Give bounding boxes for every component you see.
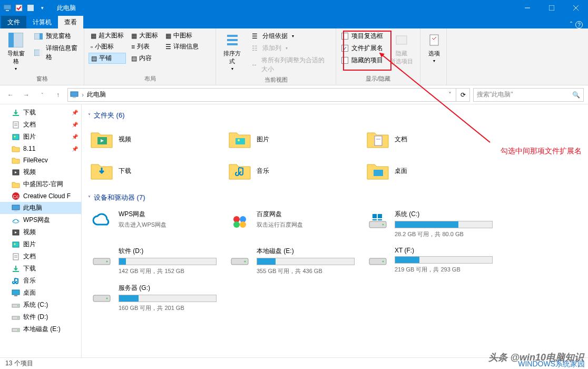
sidebar-item[interactable]: 视频 (0, 226, 81, 238)
drive-item[interactable]: 本地磁盘 (E:)355 GB 可用，共 436 GB (226, 245, 358, 277)
sidebar-item[interactable]: 文档 (0, 250, 81, 263)
tab-file[interactable]: 文件 (1, 16, 26, 28)
sidebar-item[interactable]: 桌面 (0, 287, 81, 299)
folder-item[interactable]: 视频 (88, 125, 220, 153)
tab-computer[interactable]: 计算机 (26, 16, 58, 28)
sidebar-item[interactable]: 下载 (0, 263, 81, 275)
tab-view[interactable]: 查看 (58, 16, 83, 28)
layout-details[interactable]: ☰详细信息 (163, 42, 201, 52)
layout-large[interactable]: ▦大图标 (129, 31, 160, 41)
hide-icon (393, 32, 410, 48)
svg-rect-36 (13, 242, 19, 247)
sidebar-item[interactable]: 下载📌 (0, 106, 81, 119)
pc-icon (70, 91, 79, 99)
up-button[interactable]: ↑ (52, 89, 64, 101)
sidebar-item[interactable]: FileRecv (0, 154, 81, 166)
folders-header[interactable]: ˅文件夹 (6) (88, 111, 582, 120)
address-dropdown-icon[interactable]: ˅ (446, 91, 454, 99)
recent-dropdown[interactable]: ˅ (36, 89, 48, 101)
svg-rect-17 (396, 36, 407, 44)
sidebar-item[interactable]: 图片📌 (0, 131, 81, 143)
sidebar-item[interactable]: 8.11📌 (0, 143, 81, 154)
maximize-button[interactable] (540, 0, 564, 16)
layout-list[interactable]: ≡列表 (129, 42, 160, 52)
sidebar-item[interactable]: 视频 (0, 166, 81, 178)
qat-more-icon[interactable]: ▾ (37, 3, 47, 13)
close-button[interactable] (564, 0, 588, 16)
svg-rect-16 (227, 43, 238, 45)
preview-pane-button[interactable]: 预览窗格 (32, 31, 80, 42)
drive-item[interactable]: 服务器 (G:)160 GB 可用，共 201 GB (88, 281, 220, 314)
add-columns-button: ☷添加列▾ (249, 43, 331, 54)
sidebar-icon (12, 265, 20, 273)
drive-item[interactable]: 系统 (C:)28.2 GB 可用，共 80.0 GB (364, 208, 496, 240)
drive-sub: 28.2 GB 可用，共 80.0 GB (395, 230, 494, 238)
qat-dropdown-icon[interactable] (25, 3, 36, 13)
layout-tiles[interactable]: ▤平铺 (89, 53, 126, 64)
sidebar-item[interactable]: 图片 (0, 238, 81, 250)
item-checkboxes-toggle[interactable]: 项目复选框 (340, 31, 384, 42)
drive-icon (90, 284, 113, 307)
sidebar-icon (12, 121, 20, 129)
search-input[interactable]: 搜索"此电脑" 🔍 (473, 88, 584, 102)
sidebar-label: 视频 (23, 168, 36, 177)
address-bar: ← → ˅ ↑ › 此电脑 ˅ ⟳ 搜索"此电脑" 🔍 (0, 85, 588, 104)
sidebar-item[interactable]: CcCreative Cloud F (0, 190, 81, 202)
sidebar-label: 桌面 (23, 288, 36, 297)
folder-item[interactable]: 桌面 (364, 157, 496, 184)
ribbon-tabs: 文件 计算机 查看 ˆ ? (0, 16, 588, 28)
svg-rect-42 (12, 290, 19, 295)
sidebar-item[interactable]: 本地磁盘 (E:) (0, 323, 81, 335)
folder-item[interactable]: 文档 (364, 125, 496, 153)
group-label-panes: 窗格 (4, 74, 80, 84)
svg-rect-22 (13, 122, 18, 128)
file-extensions-toggle[interactable]: ✓文件扩展名 (340, 43, 384, 54)
svg-point-37 (14, 243, 16, 245)
sidebar-item[interactable]: WPS网盘 (0, 214, 81, 226)
folder-item[interactable]: 图片 (226, 125, 358, 153)
cloud-drive-item[interactable]: 百度网盘双击运行百度网盘 (226, 208, 358, 240)
sidebar-label: 本地磁盘 (E:) (23, 325, 61, 334)
sidebar-icon (12, 133, 20, 141)
minimize-button[interactable] (515, 0, 540, 16)
layout-content[interactable]: ▤内容 (129, 53, 160, 64)
layout-medium[interactable]: ▦中图标 (163, 31, 201, 41)
svg-rect-52 (236, 138, 245, 144)
svg-text:Cc: Cc (13, 194, 19, 199)
sidebar-item[interactable]: 文档📌 (0, 119, 81, 131)
collapse-ribbon-icon[interactable]: ˆ (570, 21, 572, 28)
props-icon[interactable] (14, 3, 24, 13)
svg-rect-38 (13, 254, 18, 260)
sidebar-icon (12, 109, 20, 117)
options-button[interactable]: 选项 ▾ (425, 31, 444, 64)
sidebar-label: 音乐 (23, 276, 36, 285)
devices-header[interactable]: ˅设备和驱动器 (7) (88, 193, 582, 202)
back-button[interactable]: ← (4, 89, 17, 101)
forward-button[interactable]: → (20, 89, 33, 101)
cloud-drive-item[interactable]: WPS网盘双击进入WPS网盘 (88, 208, 220, 240)
layout-extra-large[interactable]: ▦超大图标 (89, 31, 126, 41)
drive-item[interactable]: XT (F:)219 GB 可用，共 293 GB (364, 245, 496, 277)
details-pane-button[interactable]: 详细信息窗格 (32, 43, 80, 63)
hidden-items-toggle[interactable]: 隐藏的项目 (340, 55, 384, 66)
sidebar-item[interactable]: 中盛国芯-官网 (0, 178, 81, 190)
refresh-button[interactable]: ⟳ (456, 88, 470, 102)
help-icon[interactable]: ? (575, 21, 583, 28)
folder-item[interactable]: 音乐 (226, 157, 358, 184)
layout-small[interactable]: ▫小图标 (89, 42, 126, 52)
sidebar-item[interactable]: 软件 (D:) (0, 311, 81, 323)
address-input[interactable]: › 此电脑 ˅ (67, 88, 456, 102)
sidebar-item[interactable]: 此电脑 (0, 202, 81, 214)
sidebar-icon (12, 240, 20, 249)
drive-item[interactable]: 软件 (D:)142 GB 可用，共 152 GB (88, 245, 220, 277)
sidebar-item[interactable]: 系统 (C:) (0, 299, 81, 311)
sidebar-item[interactable]: 音乐 (0, 275, 81, 287)
navigation-pane-button[interactable]: 导航窗格 ▾ (4, 31, 28, 72)
svg-point-70 (244, 261, 246, 263)
group-by-button[interactable]: ☰分组依据▾ (249, 31, 331, 42)
drive-name: 系统 (C:) (395, 210, 494, 219)
drive-usage-bar (119, 295, 217, 302)
sort-by-button[interactable]: 排序方式 ▾ (220, 31, 244, 72)
folder-item[interactable]: 下载 (88, 157, 220, 184)
sidebar-icon (12, 216, 20, 225)
